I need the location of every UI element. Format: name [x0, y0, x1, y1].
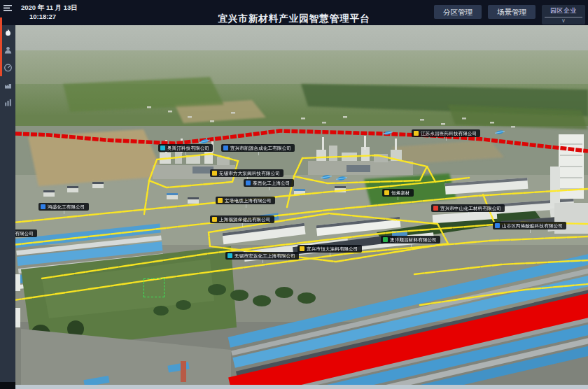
marker-label: 无锡市宏达化工上海有限公司	[234, 253, 295, 259]
marker-label: 奥斯汀科技有限公司	[167, 145, 209, 151]
gauge-icon[interactable]	[4, 62, 13, 71]
marker-label: 江苏永昌医药科技有限公司	[421, 130, 477, 136]
map-3d-scene	[0, 0, 588, 389]
company-marker[interactable]: 恒烯新材	[382, 189, 414, 197]
chevron-down-icon: ∨	[545, 17, 582, 24]
page-title: 宜兴市新材料产业园智慧管理平台	[218, 13, 370, 25]
company-marker[interactable]: 宜兴市中山化工材料有限公司	[431, 204, 505, 212]
flame-icon[interactable]	[4, 27, 13, 36]
clipped-map-tag	[15, 308, 20, 327]
marker-label: 无锡市方大泵阀科技有限公司	[219, 170, 280, 176]
marker-label: 宜兴市恒大涂料有限公司	[307, 246, 358, 252]
marker-label: 鸿盛化工有限公司	[48, 204, 85, 210]
marker-icon	[246, 181, 251, 185]
company-marker[interactable]: 上海福源保健品有限公司	[210, 215, 274, 223]
marker-label: 上海福源保健品有限公司	[219, 216, 271, 222]
dropdown-label: 园区企业	[545, 6, 582, 15]
map-bottom-strip	[15, 385, 588, 389]
marker-label: 恒烯新材	[391, 190, 410, 196]
marker-label: 宝塔电缆上海有限公司	[225, 197, 272, 204]
sidebar	[0, 0, 15, 389]
map-viewport[interactable]: 奥斯汀科技有限公司宜兴市凯源合成化工有限公司无锡市方大泵阀科技有限公司泰恩化工上…	[0, 0, 588, 389]
marker-icon	[227, 253, 232, 258]
factory-icon[interactable]	[4, 80, 13, 89]
marker-icon	[212, 171, 217, 176]
menu-icon[interactable]	[3, 3, 13, 12]
scene-management-button[interactable]: 场景管理	[488, 5, 536, 19]
marker-icon	[212, 217, 217, 222]
marker-icon	[433, 206, 438, 211]
time-label: 10:18:27	[21, 12, 78, 21]
company-marker[interactable]: 江苏永昌医药科技有限公司	[412, 129, 480, 137]
sidebar-footer	[0, 382, 15, 389]
marker-icon	[384, 190, 389, 195]
company-marker[interactable]: 宜兴市凯源合成化工有限公司	[221, 144, 295, 152]
marker-label: 宜兴市凯源合成化工有限公司	[230, 145, 291, 151]
company-marker[interactable]: 泰恩化工上海公司	[244, 179, 294, 187]
sidebar-active-indicator	[0, 17, 2, 76]
zone-management-button[interactable]: 分区管理	[434, 5, 482, 19]
company-marker[interactable]: 无锡市方大泵阀科技有限公司	[210, 169, 284, 177]
marker-label: 宜兴市中山化工材料有限公司	[440, 205, 501, 211]
marker-label: 泰恩化工上海公司	[253, 180, 290, 186]
marker-icon	[218, 198, 223, 203]
company-marker[interactable]: 宜兴市恒大涂料有限公司	[298, 245, 362, 253]
date-label: 2020 年 11 月 13日	[21, 3, 78, 12]
marker-icon	[495, 223, 500, 228]
marker-icon	[160, 146, 165, 150]
sidebar-nav	[0, 25, 15, 382]
marker-icon	[414, 131, 419, 136]
header-actions: 分区管理 场景管理 园区企业 ∨	[434, 5, 585, 24]
company-marker[interactable]: 澳洋顺昌材料有限公司	[381, 236, 440, 243]
marker-icon	[383, 237, 388, 242]
marker-icon	[300, 246, 304, 251]
header: 2020 年 11 月 13日 10:18:27 宜兴市新材料产业园智慧管理平台…	[0, 0, 588, 25]
company-marker[interactable]: 奥斯汀科技有限公司	[158, 144, 213, 152]
sidebar-top	[0, 0, 15, 25]
marker-label: 山谷区丙烯酸酯科技有限公司	[502, 222, 563, 229]
company-marker[interactable]: 山谷区丙烯酸酯科技有限公司	[493, 222, 566, 229]
company-marker[interactable]: 鸿盛化工有限公司	[38, 203, 89, 211]
clipped-map-tag	[15, 274, 20, 291]
marker-icon	[223, 146, 228, 150]
marker-label: 澳洋顺昌材料有限公司	[390, 236, 437, 243]
park-enterprises-dropdown[interactable]: 园区企业 ∨	[542, 5, 585, 24]
map-selection-box	[144, 278, 164, 297]
marker-icon	[41, 204, 46, 209]
bar-chart-icon[interactable]	[4, 97, 13, 106]
smart-park-platform: 奥斯汀科技有限公司宜兴市凯源合成化工有限公司无锡市方大泵阀科技有限公司泰恩化工上…	[0, 0, 588, 389]
company-marker[interactable]: 无锡市宏达化工上海有限公司	[225, 252, 299, 260]
datetime: 2020 年 11 月 13日 10:18:27	[21, 3, 78, 21]
person-icon[interactable]	[4, 45, 13, 54]
company-marker[interactable]: 宝塔电缆上海有限公司	[216, 197, 275, 204]
